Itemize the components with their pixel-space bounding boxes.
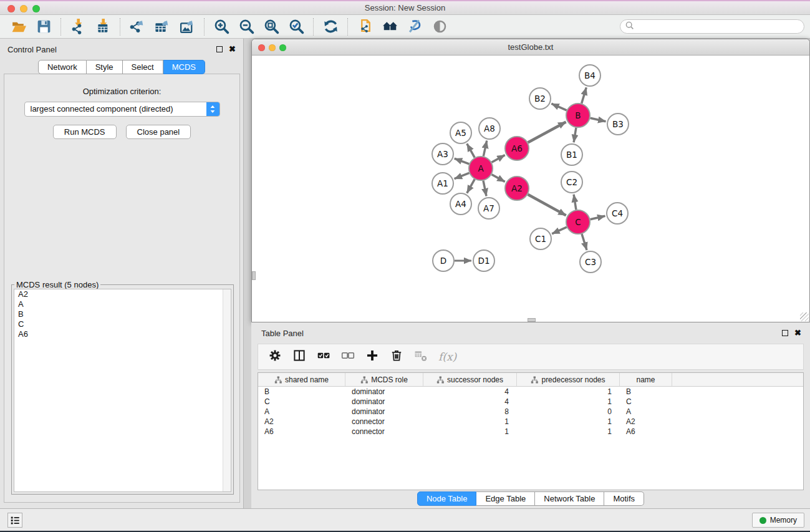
table-row[interactable]: Adominator80A [258, 407, 803, 417]
node-B2[interactable]: B2 [529, 88, 551, 109]
edge-A-A1[interactable] [455, 173, 470, 178]
graphics-details-button[interactable] [402, 17, 427, 37]
edge-A-A8[interactable] [483, 141, 486, 157]
tab-mcds[interactable]: MCDS [163, 60, 205, 74]
export-table-button[interactable] [150, 17, 175, 37]
edge-A2-C[interactable] [528, 195, 566, 216]
save-session-button[interactable] [31, 17, 56, 37]
edge-B-B4[interactable] [582, 87, 587, 104]
table-row[interactable]: Bdominator41B [258, 387, 803, 397]
import-network-button[interactable] [65, 17, 90, 37]
refresh-button[interactable] [318, 17, 343, 37]
split-columns-button[interactable] [292, 349, 306, 365]
network-canvas[interactable]: B4B2BB3A8A5A6B1A3AC2A1A2A4A7C4CC1C3DD1 [252, 56, 809, 322]
edge-B-B2[interactable] [551, 104, 566, 110]
close-window-icon[interactable] [7, 5, 15, 12]
close-panel-button[interactable]: Close panel [126, 125, 191, 139]
export-image-button[interactable] [175, 17, 200, 37]
column-header-successor-nodes[interactable]: successor nodes [423, 373, 517, 386]
column-header-MCDS-role[interactable]: MCDS role [345, 373, 423, 386]
minimize-window-icon[interactable] [20, 5, 27, 12]
settings-button[interactable] [268, 349, 282, 365]
edge-C-C1[interactable] [552, 227, 567, 234]
column-header-shared-name[interactable]: shared name [258, 373, 345, 386]
node-C3[interactable]: C3 [580, 251, 601, 273]
zoom-out-button[interactable] [234, 17, 259, 37]
node-A2[interactable]: A2 [505, 177, 529, 200]
deselect-all-button[interactable] [341, 349, 355, 365]
node-A4[interactable]: A4 [450, 193, 471, 215]
node-C2[interactable]: C2 [561, 172, 582, 193]
table-row[interactable]: Cdominator41C [258, 397, 803, 407]
tab-style[interactable]: Style [87, 60, 123, 74]
table-row[interactable]: A2connector11A2 [258, 417, 803, 427]
result-scrollbar[interactable] [223, 289, 231, 491]
network-zoom-icon[interactable] [279, 44, 286, 51]
mcds-result-list[interactable]: A2ABCA6 [14, 289, 231, 492]
node-A[interactable]: A [469, 157, 493, 180]
node-B3[interactable]: B3 [607, 114, 629, 135]
duplicate-network-button[interactable] [352, 17, 377, 37]
task-history-button[interactable] [7, 513, 22, 528]
result-item[interactable]: A [14, 299, 231, 309]
node-A7[interactable]: A7 [478, 198, 499, 219]
tab-motifs[interactable]: Motifs [604, 491, 644, 506]
edge-A-A3[interactable] [455, 158, 470, 164]
optimization-criterion-select[interactable]: largest connected component (directed) [24, 102, 220, 117]
edge-A-A5[interactable] [467, 143, 475, 157]
result-item[interactable]: A6 [14, 329, 231, 339]
home-button[interactable] [377, 17, 402, 37]
table-row[interactable]: A6connector11A6 [258, 427, 803, 437]
birds-eye-button[interactable] [427, 17, 452, 37]
node-B4[interactable]: B4 [579, 65, 600, 86]
node-A6[interactable]: A6 [505, 137, 529, 160]
edge-C-C4[interactable] [591, 216, 605, 219]
import-table-button[interactable] [90, 17, 115, 37]
edge-A-A6[interactable] [492, 155, 505, 163]
result-item[interactable]: A2 [14, 289, 231, 299]
node-A5[interactable]: A5 [450, 122, 471, 143]
edge-A6-B[interactable] [528, 122, 566, 143]
zoom-in-button[interactable] [209, 17, 234, 37]
node-C4[interactable]: C4 [607, 203, 628, 224]
column-header-predecessor-nodes[interactable]: predecessor nodes [517, 373, 620, 386]
open-session-button[interactable] [6, 17, 31, 37]
add-column-button[interactable] [365, 349, 379, 365]
network-minimize-icon[interactable] [269, 44, 276, 51]
search-field[interactable] [620, 19, 804, 34]
function-builder-button[interactable]: f(x) [438, 351, 456, 363]
export-network-button[interactable] [125, 17, 150, 37]
close-table-panel-icon[interactable]: ✖ [794, 330, 801, 336]
memory-button[interactable]: Memory [752, 513, 804, 528]
tab-node-table[interactable]: Node Table [417, 491, 477, 506]
edge-A-A4[interactable] [467, 179, 475, 193]
edge-A-A7[interactable] [483, 181, 486, 196]
network-close-icon[interactable] [258, 44, 265, 51]
delete-table-button[interactable] [414, 349, 428, 365]
node-D[interactable]: D [433, 250, 454, 271]
network-window-titlebar[interactable]: testGlobe.txt [252, 39, 809, 56]
edge-B-B1[interactable] [574, 128, 576, 142]
tab-network[interactable]: Network [38, 60, 87, 74]
result-item[interactable]: C [14, 319, 231, 329]
node-B[interactable]: B [566, 104, 590, 127]
zoom-selected-button[interactable] [284, 17, 309, 37]
search-input[interactable] [635, 21, 804, 32]
zoom-window-icon[interactable] [32, 5, 40, 12]
result-item[interactable]: B [14, 309, 231, 319]
resize-grip[interactable] [800, 312, 809, 321]
node-D1[interactable]: D1 [473, 250, 494, 271]
edge-A-A2[interactable] [492, 175, 505, 182]
column-header-name[interactable]: name [620, 373, 672, 386]
delete-column-button[interactable] [390, 349, 403, 365]
horizontal-scroll-thumb[interactable] [528, 318, 536, 322]
zoom-fit-button[interactable] [259, 17, 284, 37]
edge-C-C3[interactable] [582, 234, 587, 250]
run-mcds-button[interactable]: Run MCDS [53, 125, 117, 139]
float-table-panel-icon[interactable] [782, 330, 788, 336]
node-table[interactable]: shared nameMCDS rolesuccessor nodesprede… [258, 372, 804, 490]
network-graph[interactable]: B4B2BB3A8A5A6B1A3AC2A1A2A4A7C4CC1C3DD1 [252, 56, 809, 322]
node-C[interactable]: C [566, 210, 590, 234]
edge-C-C2[interactable] [574, 195, 576, 210]
node-A3[interactable]: A3 [432, 143, 453, 165]
